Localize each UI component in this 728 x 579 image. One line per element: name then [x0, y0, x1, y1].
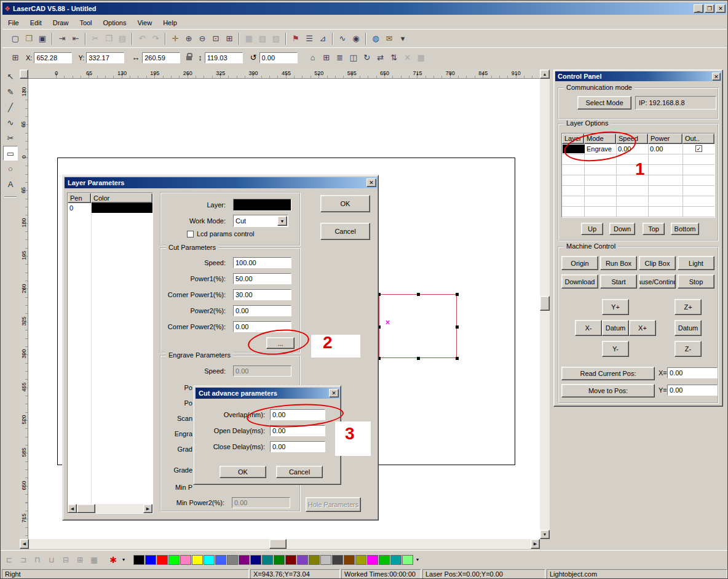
cut-parameter-input[interactable]	[233, 289, 291, 300]
text-tool[interactable]: A	[3, 177, 18, 191]
read-current-pos-button[interactable]: Read Current Pos:	[561, 367, 655, 380]
array-icon[interactable]: ⊞	[320, 51, 333, 65]
width-input[interactable]	[142, 52, 180, 63]
cut-icon[interactable]: ✂	[89, 32, 102, 46]
dropdown-arrow-icon[interactable]: ▼	[277, 216, 287, 226]
menu-help[interactable]: Help	[157, 17, 183, 28]
rotation-input[interactable]	[259, 52, 298, 63]
scroll-left-icon[interactable]: ◀	[20, 539, 29, 549]
horizontal-scrollbar[interactable]: ◀ ▶	[20, 539, 540, 549]
cut-parameter-input[interactable]	[233, 273, 291, 284]
pen-row[interactable]: 0	[68, 203, 152, 213]
palette-swatch[interactable]	[309, 555, 320, 565]
palette-swatch[interactable]	[297, 555, 308, 565]
menu-draw[interactable]: Draw	[47, 17, 74, 28]
select-tool[interactable]: ↖	[3, 69, 18, 84]
layer-row[interactable]: Engrave 0.00 0.00 ✓	[562, 144, 714, 154]
control-panel-close-icon[interactable]: ✕	[712, 73, 721, 81]
lcd-params-checkbox[interactable]	[187, 231, 194, 238]
select-grid-icon[interactable]: ⊞	[9, 51, 22, 65]
table-scroll-left-icon[interactable]: ◀	[68, 504, 77, 513]
ok-button[interactable]: OK	[320, 195, 370, 212]
palette-swatch[interactable]	[227, 555, 238, 565]
datum-xy-button[interactable]: Datum	[602, 320, 629, 336]
vertical-scrollbar[interactable]: ▲ ▼	[540, 70, 550, 539]
layer-column-header[interactable]: Layer	[562, 134, 584, 144]
copy-icon[interactable]: ❐	[102, 32, 116, 46]
clip-box-button[interactable]: Clip Box	[639, 256, 676, 270]
zoom-out-icon[interactable]: ⊖	[196, 32, 209, 46]
mirror-h-icon[interactable]: ⇄	[374, 51, 387, 65]
scroll-up-icon[interactable]: ▲	[540, 70, 550, 79]
download-button[interactable]: Download	[561, 274, 598, 289]
table-scroll-thumb[interactable]	[77, 504, 95, 513]
align-icon[interactable]: ≣	[333, 51, 347, 65]
power-column-header[interactable]: Power	[648, 134, 682, 144]
selection-handle[interactable]	[456, 357, 459, 360]
trim-tool[interactable]: ✂	[3, 130, 18, 145]
advance-parameter-input[interactable]	[270, 425, 325, 436]
center-v-icon[interactable]: ⊞	[74, 554, 86, 566]
work-mode-select[interactable]: Cut ▼	[233, 215, 288, 227]
y-position-input[interactable]	[86, 52, 124, 63]
palette-swatch[interactable]	[344, 555, 355, 565]
scroll-down-icon[interactable]: ▼	[540, 530, 550, 539]
selected-rectangle[interactable]: ×	[379, 294, 457, 358]
zoom-window-icon[interactable]: ⊡	[209, 32, 223, 46]
cut-parameter-input[interactable]	[233, 321, 291, 332]
open-icon[interactable]: ❒	[22, 32, 36, 46]
palette-swatch[interactable]	[285, 555, 296, 565]
group-icon[interactable]: ▦	[242, 32, 256, 46]
jog-z-minus-button[interactable]: Z-	[675, 341, 702, 357]
selection-handle[interactable]	[456, 325, 459, 329]
palette-swatch[interactable]	[379, 555, 390, 565]
palette-swatch[interactable]	[332, 555, 343, 565]
close-button[interactable]: ✕	[716, 4, 726, 13]
align-top-icon[interactable]: ⊓	[31, 554, 44, 566]
layer-top-button[interactable]: Top	[643, 223, 665, 235]
pan-icon[interactable]: ✛	[168, 32, 182, 46]
default-color-icon[interactable]: ✱	[107, 554, 119, 566]
cut-advance-close-icon[interactable]: ✕	[329, 389, 339, 397]
polyline-tool[interactable]: ∿	[3, 115, 18, 130]
paste-icon[interactable]: ▤	[116, 32, 129, 46]
mode-column-header[interactable]: Mode	[584, 134, 616, 144]
palette-swatch[interactable]	[204, 555, 215, 565]
layer-options-table[interactable]: Layer Mode Speed Power Out.. Engrave 0.0…	[561, 133, 715, 218]
align-bottom-icon[interactable]: ⊔	[46, 554, 58, 566]
current-x-input[interactable]	[667, 367, 718, 378]
advance-cancel-button[interactable]: Cancel	[276, 466, 323, 478]
titlebar[interactable]: ❖ LaserCAD V5.88 - Untitled _ ❐ ✕	[2, 2, 727, 15]
output-column-header[interactable]: Out..	[682, 134, 714, 144]
advance-ok-button[interactable]: OK	[220, 466, 266, 478]
align-left-icon[interactable]: ⊏	[3, 554, 15, 566]
nest-icon[interactable]: ◫	[347, 51, 360, 65]
palette-more-icon[interactable]: ▾	[122, 557, 125, 562]
palette-swatch[interactable]	[168, 555, 180, 565]
mirror-v-icon[interactable]: ⇅	[387, 51, 401, 65]
jog-y-minus-button[interactable]: Y-	[602, 341, 629, 357]
node-edit-tool[interactable]: ✎	[3, 84, 18, 99]
param-list-icon[interactable]: ☰	[303, 32, 316, 46]
cancel-button[interactable]: Cancel	[320, 223, 370, 240]
align-right-icon[interactable]: ⊐	[17, 554, 30, 566]
toolbar-more-icon[interactable]: ▾	[396, 32, 410, 46]
layer-parameters-titlebar[interactable]: Layer Parameters ✕	[65, 177, 378, 188]
speed-column-header[interactable]: Speed	[616, 134, 648, 144]
palette-swatch[interactable]	[274, 555, 285, 565]
start-button[interactable]: Start	[600, 274, 637, 289]
node-tools-icon[interactable]: ∿	[336, 32, 349, 46]
stop-button[interactable]: Stop	[678, 274, 714, 289]
palette-swatch[interactable]	[367, 555, 378, 565]
new-icon[interactable]: ▢	[9, 32, 22, 46]
center-h-icon[interactable]: ⊟	[60, 554, 72, 566]
cut-advance-titlebar[interactable]: Cut advance parameters ✕	[196, 388, 340, 399]
palette-overflow-icon[interactable]: ▾	[416, 557, 419, 562]
delete-icon[interactable]: ✕	[401, 51, 414, 65]
jog-x-minus-button[interactable]: X-	[575, 320, 602, 336]
export-icon[interactable]: ⇤	[69, 32, 82, 46]
hatch-icon[interactable]: ▩	[414, 51, 428, 65]
save-icon[interactable]: ▣	[36, 32, 49, 46]
palette-swatch[interactable]	[157, 555, 168, 565]
message-icon[interactable]: ✉	[382, 32, 396, 46]
